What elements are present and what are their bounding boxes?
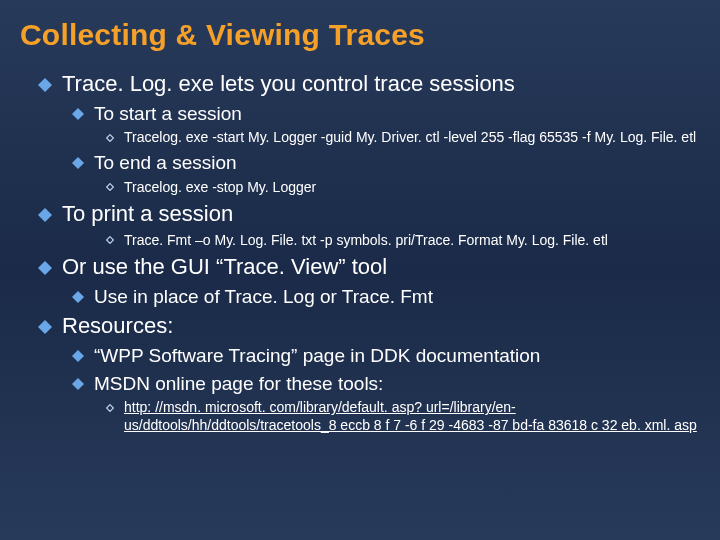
msdn-link[interactable]: http: //msdn. microsoft. com/library/def… [124, 399, 700, 434]
bullet-print-session: To print a session [38, 200, 700, 228]
bullet-tracelog-intro: Trace. Log. exe lets you control trace s… [38, 70, 700, 98]
bullet-diamond-icon [38, 78, 52, 92]
bullet-text: MSDN online page for these tools: [94, 372, 700, 396]
bullet-diamond-outline-icon [106, 236, 114, 244]
bullet-gui-sub: Use in place of Trace. Log or Trace. Fmt [72, 285, 700, 309]
svg-marker-12 [107, 405, 114, 412]
bullet-msdn-label: MSDN online page for these tools: [72, 372, 700, 396]
bullet-text: To start a session [94, 102, 700, 126]
svg-marker-2 [107, 135, 114, 142]
bullet-text: Trace. Fmt –o My. Log. File. txt -p symb… [124, 232, 700, 250]
bullet-diamond-icon [72, 108, 84, 120]
bullet-text: Resources: [62, 312, 700, 340]
bullet-text: Tracelog. exe -stop My. Logger [124, 179, 700, 197]
bullet-diamond-icon [72, 350, 84, 362]
svg-marker-6 [107, 237, 114, 244]
bullet-diamond-outline-icon [106, 404, 114, 412]
bullet-text: To print a session [62, 200, 700, 228]
bullet-end-session: To end a session [72, 151, 700, 175]
svg-marker-3 [72, 157, 84, 169]
bullet-text: “WPP Software Tracing” page in DDK docum… [94, 344, 700, 368]
bullet-msdn-url: http: //msdn. microsoft. com/library/def… [106, 399, 700, 434]
bullet-diamond-icon [38, 208, 52, 222]
bullet-diamond-icon [72, 378, 84, 390]
slide: Collecting & Viewing Traces Trace. Log. … [0, 0, 720, 540]
bullet-gui-tool: Or use the GUI “Trace. View” tool [38, 253, 700, 281]
svg-marker-8 [72, 291, 84, 303]
slide-title: Collecting & Viewing Traces [20, 18, 700, 52]
svg-marker-11 [72, 378, 84, 390]
bullet-diamond-icon [72, 157, 84, 169]
bullet-text: Trace. Log. exe lets you control trace s… [62, 70, 700, 98]
svg-marker-9 [38, 320, 52, 334]
bullet-diamond-icon [72, 291, 84, 303]
bullet-text: Tracelog. exe -start My. Logger -guid My… [124, 129, 700, 147]
bullet-resources: Resources: [38, 312, 700, 340]
svg-marker-4 [107, 184, 114, 191]
svg-marker-7 [38, 261, 52, 275]
bullet-print-cmd: Trace. Fmt –o My. Log. File. txt -p symb… [106, 232, 700, 250]
bullet-text: Or use the GUI “Trace. View” tool [62, 253, 700, 281]
svg-marker-10 [72, 350, 84, 362]
bullet-start-cmd: Tracelog. exe -start My. Logger -guid My… [106, 129, 700, 147]
bullet-end-cmd: Tracelog. exe -stop My. Logger [106, 179, 700, 197]
bullet-diamond-icon [38, 261, 52, 275]
bullet-text: To end a session [94, 151, 700, 175]
bullet-text: Use in place of Trace. Log or Trace. Fmt [94, 285, 700, 309]
bullet-diamond-icon [38, 320, 52, 334]
bullet-start-session: To start a session [72, 102, 700, 126]
svg-marker-5 [38, 208, 52, 222]
bullet-diamond-outline-icon [106, 134, 114, 142]
svg-marker-1 [72, 108, 84, 120]
bullet-diamond-outline-icon [106, 183, 114, 191]
svg-marker-0 [38, 78, 52, 92]
bullet-wpp: “WPP Software Tracing” page in DDK docum… [72, 344, 700, 368]
